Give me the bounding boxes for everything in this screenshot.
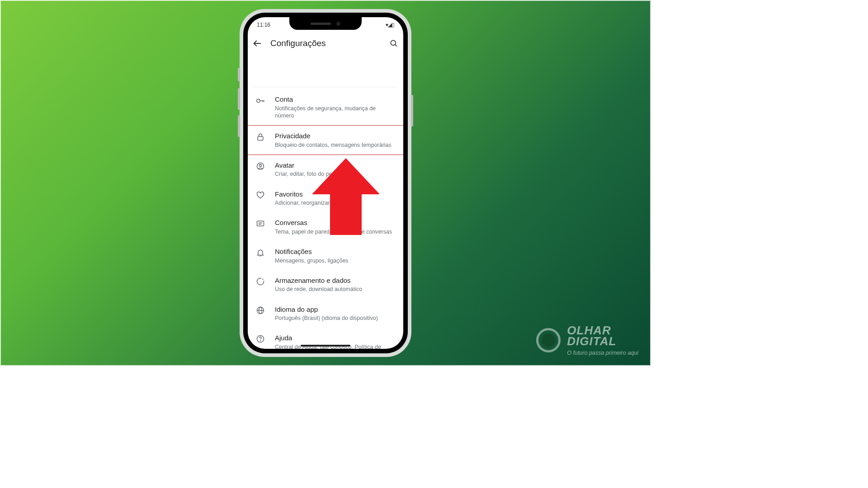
phone-bezel: 11:16 ▾◢▯ Configurações ContaNotificaçõe… [243,13,408,353]
svg-point-9 [259,164,262,167]
settings-item-title: Idioma do app [275,305,396,314]
profile-area [254,54,397,87]
settings-item-lock[interactable]: PrivacidadeBloqueio de contatos, mensage… [248,125,403,155]
settings-item-title: Notificações [275,247,396,256]
settings-item-subtitle: Uso de rede, download automático [275,286,396,293]
svg-line-2 [395,45,397,47]
svg-point-3 [257,99,260,102]
settings-item-title: Conta [275,95,396,104]
settings-list: ContaNotificações de segurança, mudança … [248,87,403,349]
settings-item-subtitle: Tema, papel de parede, histórico de conv… [275,228,396,235]
phone-screen: 11:16 ▾◢▯ Configurações ContaNotificaçõe… [248,17,403,349]
phone-side-button [411,95,413,127]
avatar-icon [255,161,266,171]
settings-item-title: Privacidade [275,131,396,141]
status-icons: ▾◢▯ [358,22,394,28]
settings-item-title: Armazenamento e dados [275,276,396,285]
settings-item-title: Favoritos [275,190,396,199]
watermark: OLHAR DIGITAL O futuro passa primeiro aq… [536,325,638,356]
svg-point-1 [391,40,396,45]
settings-item-subtitle: Português (Brasil) (idioma do dispositiv… [275,314,396,322]
settings-item-subtitle: Notificações de segurança, mudança de nú… [275,105,396,120]
phone-side-button [238,68,240,81]
key-icon [255,95,266,106]
settings-item-title: Conversas [275,218,396,227]
chat-icon [255,218,266,228]
settings-item-subtitle: Bloqueio de contatos, mensagens temporár… [275,141,396,149]
svg-rect-7 [258,136,263,140]
search-icon[interactable] [389,38,399,48]
settings-item-key[interactable]: ContaNotificações de segurança, mudança … [248,89,403,125]
heart-icon [255,190,266,200]
svg-point-18 [260,341,261,341]
phone-mockup: 11:16 ▾◢▯ Configurações ContaNotificaçõe… [240,9,411,357]
watermark-logo [536,328,561,352]
watermark-tagline: O futuro passa primeiro aqui [567,350,638,356]
storage-icon [255,276,266,286]
help-icon [255,333,266,343]
lock-icon [255,131,266,141]
settings-item-chat[interactable]: ConversasTema, papel de parede, históric… [248,212,403,241]
watermark-line2: DIGITAL [567,336,638,347]
settings-item-title: Avatar [275,161,396,170]
front-camera [336,22,340,26]
settings-item-subtitle: Adicionar, reorganizar, remover [275,199,396,206]
app-bar: Configurações [248,33,403,54]
settings-item-storage[interactable]: Armazenamento e dadosUso de rede, downlo… [248,270,403,299]
settings-item-globe[interactable]: Idioma do appPortuguês (Brasil) (idioma … [248,299,403,328]
status-time: 11:16 [257,22,293,28]
phone-side-button [238,88,240,110]
bell-icon [255,247,266,257]
phone-notch [289,17,362,30]
settings-item-avatar[interactable]: AvatarCriar, editar, foto do perfil [248,155,403,184]
phone-side-button [238,115,240,137]
settings-item-subtitle: Criar, editar, foto do perfil [275,170,396,178]
page-title: Configurações [270,38,326,48]
settings-item-title: Ajuda [275,333,396,343]
background: 11:16 ▾◢▯ Configurações ContaNotificaçõe… [0,0,651,366]
settings-item-heart[interactable]: FavoritosAdicionar, reorganizar, remover [248,184,403,213]
speaker [311,23,331,25]
svg-rect-10 [257,221,264,226]
back-icon[interactable] [252,38,262,48]
home-indicator [301,345,350,347]
settings-item-subtitle: Mensagens, grupos, ligações [275,257,396,264]
settings-item-bell[interactable]: NotificaçõesMensagens, grupos, ligações [248,241,403,270]
globe-icon [255,305,266,315]
